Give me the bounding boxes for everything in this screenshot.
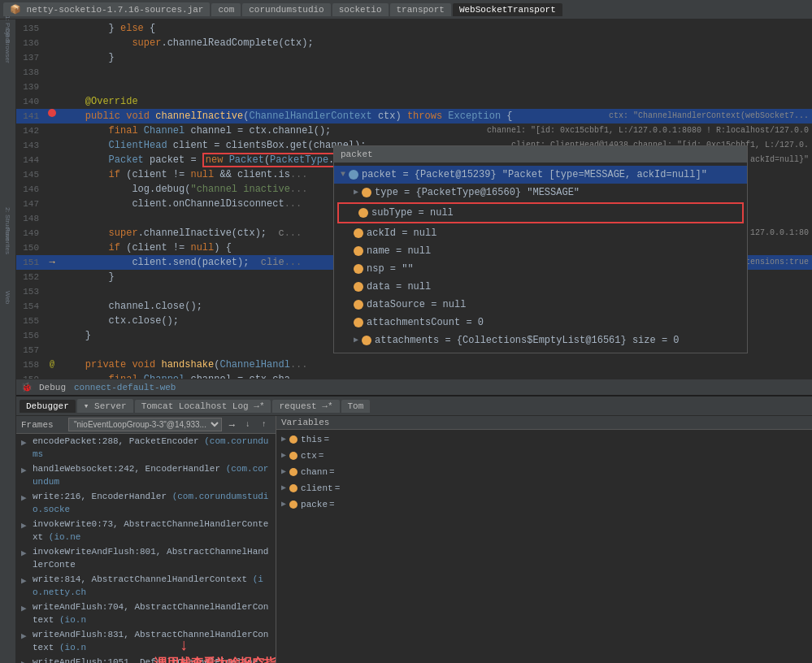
debug-tabs: Debugger ▾ Server Tomcat Localhost Log →… xyxy=(16,396,812,416)
tab-corundumstudio[interactable]: corundumstudio xyxy=(242,3,330,16)
top-tab-bar: 📦 netty-socketio-1.7.16-sources.jar com … xyxy=(0,0,812,20)
thread-selector[interactable]: "nioEventLoopGroup-3-3"@14,933... xyxy=(68,418,222,431)
tooltip-name-row[interactable]: name = null xyxy=(334,242,747,260)
tooltip-selected-row[interactable]: ▼ packet = {Packet@15239} "Packet [type=… xyxy=(334,166,747,184)
left-sidebar: 1: Project DB Browser 2: Structure Favor… xyxy=(0,20,16,663)
obj-icon-blue xyxy=(349,170,358,180)
code-line-138: 138 xyxy=(16,65,812,80)
code-line-142: 142 final Channel channel = ctx.channel(… xyxy=(16,124,812,138)
frame-item[interactable]: ▶ invokeWrite0:73, AbstractChannelHandle… xyxy=(16,517,276,544)
debug-bar: 🐞 Debug connect-default-web xyxy=(16,379,812,395)
frame-item[interactable]: ▶ write:814, AbstractChannelHandlerConte… xyxy=(16,572,276,600)
var-item-chann[interactable]: ▶ chann = xyxy=(276,464,812,480)
tab-tom[interactable]: Tom xyxy=(341,400,371,413)
tab-transport[interactable]: transport xyxy=(390,3,451,16)
frame-item[interactable]: ▶ handleWebsocket:242, EncoderHandler (c… xyxy=(16,462,276,489)
tooltip-header: packet xyxy=(334,146,747,162)
obj-icon-orange2 xyxy=(358,208,368,218)
sidebar-db[interactable]: DB Browser xyxy=(2,39,15,52)
frames-header: Frames "nioEventLoopGroup-3-3"@14,933...… xyxy=(16,416,276,434)
frame-item[interactable]: ▶ invokeWriteAndFlush:801, AbstractChann… xyxy=(16,544,276,572)
step-into-btn[interactable]: ↓ xyxy=(241,418,254,431)
vars-panel: Variables ▶ this = ▶ ctx = xyxy=(276,416,812,663)
var-dot-packe xyxy=(289,500,297,509)
frame-item[interactable]: ▶ encodePacket:288, PacketEncoder (com.c… xyxy=(16,434,276,462)
code-line-158: 158 @ private void handshake(ChannelHand… xyxy=(16,358,812,372)
tooltip-popup[interactable]: packet ▼ packet = {Packet@15239} "Packet… xyxy=(333,145,748,353)
tab-request[interactable]: request →* xyxy=(272,400,339,413)
var-item-this[interactable]: ▶ this = xyxy=(276,431,812,448)
code-line-141: 141 public void channelInactive(ChannelH… xyxy=(16,109,812,124)
debug-controls: "nioEventLoopGroup-3-3"@14,933... ⟶ ↓ ↑ xyxy=(68,418,271,431)
tooltip-datasource-row[interactable]: dataSource = null xyxy=(334,296,747,314)
sidebar-favorites[interactable]: Favorites xyxy=(2,234,15,247)
debug-icon: 🐞 xyxy=(21,382,33,392)
var-item-ctx[interactable]: ▶ ctx = xyxy=(276,448,812,464)
tab-server[interactable]: ▾ Server xyxy=(77,399,133,413)
code-line-137: 137 } xyxy=(16,50,812,65)
obj-icon-orange3 xyxy=(354,228,363,238)
var-dot-chann xyxy=(289,468,297,476)
frames-panel: Frames "nioEventLoopGroup-3-3"@14,933...… xyxy=(16,416,276,663)
var-dot-this xyxy=(289,436,297,444)
obj-icon-orange6 xyxy=(354,282,363,292)
var-dot-ctx xyxy=(289,452,297,460)
frame-item[interactable]: ▶ write:216, EncoderHandler (com.corundu… xyxy=(16,489,276,517)
code-line-159: 159 final Channel channel = ctx.cha... xyxy=(16,372,812,379)
tooltip-body: ▼ packet = {Packet@15239} "Packet [type=… xyxy=(334,162,747,353)
tooltip-attachments-row[interactable]: ▶ attachments = {Collections$EmptyList@1… xyxy=(334,332,747,349)
code-container[interactable]: 135 } else { 136 super.channelReadComple… xyxy=(16,20,812,379)
vars-header: Variables xyxy=(276,416,812,430)
tab-socketio[interactable]: socketio xyxy=(332,3,389,16)
editor-area: 135 } else { 136 super.channelReadComple… xyxy=(16,20,812,663)
tooltip-type-row[interactable]: ▶ type = {PacketType@16560} "MESSAGE" xyxy=(334,184,747,202)
frames-list: ▶ encodePacket:288, PacketEncoder (com.c… xyxy=(16,434,276,663)
tooltip-data-row[interactable]: data = null xyxy=(334,278,747,296)
frame-item[interactable]: ▶ writeAndFlush:704, AbstractChannelHand… xyxy=(16,600,276,627)
var-item-client[interactable]: ▶ client = xyxy=(276,480,812,496)
tooltip-nsp-row[interactable]: nsp = "" xyxy=(334,260,747,278)
frame-item[interactable]: ▶ writeAndFlush:831, AbstractChannelHand… xyxy=(16,627,276,655)
vars-list: ▶ this = ▶ ctx = ▶ xyxy=(276,430,812,663)
tab-com[interactable]: com xyxy=(211,3,241,16)
var-item-packe[interactable]: ▶ packe = xyxy=(276,496,812,513)
var-dot-client xyxy=(289,484,297,492)
main-layout: 1: Project DB Browser 2: Structure Favor… xyxy=(0,20,812,663)
obj-icon-orange4 xyxy=(354,246,363,256)
step-out-btn[interactable]: ↑ xyxy=(258,418,271,431)
tab-tomcat-log[interactable]: Tomcat Localhost Log →* xyxy=(135,400,271,413)
arrow-down-icon: ↓ xyxy=(179,636,189,655)
jar-icon: 📦 xyxy=(10,5,21,15)
debug-content: Frames "nioEventLoopGroup-3-3"@14,933...… xyxy=(16,416,812,663)
obj-icon-orange5 xyxy=(354,264,363,274)
debug-panel: Debugger ▾ Server Tomcat Localhost Log →… xyxy=(16,395,812,663)
tooltip-ackid-row[interactable]: ackId = null xyxy=(334,224,747,242)
tooltip-subtype-row[interactable]: subType = null xyxy=(337,202,744,223)
obj-icon-orange xyxy=(362,188,371,197)
tab-jar[interactable]: 📦 netty-socketio-1.7.16-sources.jar xyxy=(3,2,210,16)
tooltip-attachments-count-row[interactable]: attachmentsCount = 0 xyxy=(334,314,747,332)
obj-icon-orange9 xyxy=(362,336,371,345)
code-line-140: 140 @Override xyxy=(16,94,812,109)
code-line-135: 135 } else { xyxy=(16,21,812,36)
code-line-139: 139 xyxy=(16,80,812,94)
tab-debugger[interactable]: Debugger xyxy=(20,400,76,413)
sidebar-web[interactable]: Web xyxy=(2,291,15,304)
obj-icon-orange8 xyxy=(354,318,363,327)
obj-icon-orange7 xyxy=(354,300,363,310)
chinese-label: 调用栈查看为啥报空指针？ xyxy=(154,656,276,663)
step-over-btn[interactable]: ⟶ xyxy=(225,418,238,431)
tab-websocket[interactable]: WebSocketTransport xyxy=(453,3,562,16)
code-line-136: 136 super.channelReadComplete(ctx); xyxy=(16,36,812,50)
